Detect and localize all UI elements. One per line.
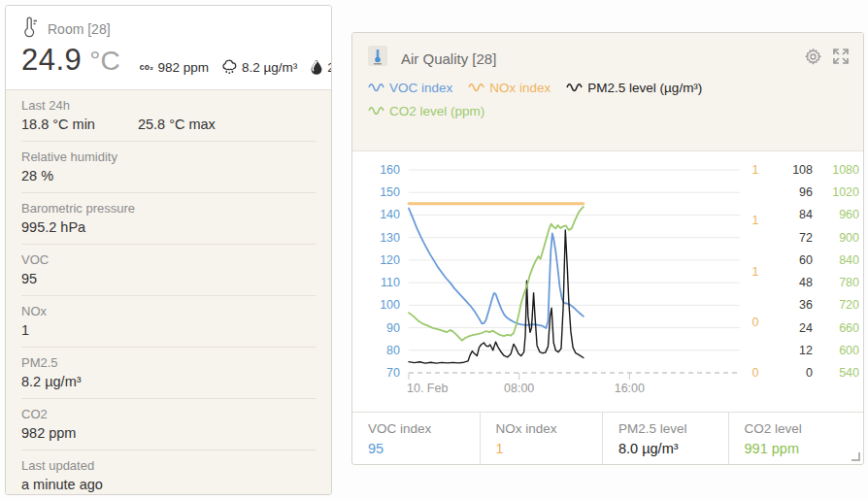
svg-text:720: 720 bbox=[839, 298, 859, 312]
room-stat-value: 1 bbox=[21, 322, 29, 338]
room-stat-value: 995.2 hPa bbox=[21, 219, 85, 235]
expand-fullscreen-icon[interactable] bbox=[832, 48, 850, 69]
room-stat-label: Last updated bbox=[21, 458, 316, 473]
air-quality-chart: 1601501401301201101009080701110010896847… bbox=[352, 150, 863, 412]
series-line-icon bbox=[566, 81, 583, 95]
series-line-icon bbox=[368, 104, 384, 118]
room-stat-values: 995.2 hPa bbox=[21, 219, 316, 235]
svg-text:660: 660 bbox=[839, 321, 859, 335]
room-stat-values: 8.2 µg/m³ bbox=[21, 374, 316, 389]
room-stat-row: Last updateda minute ago bbox=[21, 450, 316, 495]
room-stat-label: Relative humidity bbox=[21, 150, 316, 164]
reading-label: CO2 level bbox=[745, 421, 863, 436]
current-reading-cell: VOC index95 bbox=[352, 413, 480, 464]
header-metric: 28 % bbox=[310, 59, 332, 75]
room-stat-value: 18.8 °C min bbox=[21, 117, 95, 132]
svg-text:110: 110 bbox=[381, 276, 400, 289]
series-line-icon bbox=[368, 81, 384, 95]
co2-icon: co₂ bbox=[140, 62, 154, 72]
svg-text:160: 160 bbox=[380, 163, 400, 177]
svg-text:120: 120 bbox=[380, 253, 400, 267]
svg-text:80: 80 bbox=[386, 344, 400, 357]
room-stat-value: 28 % bbox=[21, 168, 53, 183]
header-metric-value: 28 % bbox=[327, 60, 332, 75]
svg-text:24: 24 bbox=[799, 321, 813, 335]
legend-item[interactable]: NOx index bbox=[468, 81, 551, 95]
svg-text:0: 0 bbox=[752, 366, 759, 380]
room-stat-value: 982 ppm bbox=[21, 425, 76, 441]
room-stat-values: 1 bbox=[21, 322, 316, 338]
rain-cloud-icon bbox=[221, 59, 238, 75]
room-stat-row: Barometric pressure995.2 hPa bbox=[21, 192, 316, 244]
svg-text:1080: 1080 bbox=[832, 163, 859, 177]
room-stat-value: 25.8 °C max bbox=[138, 117, 216, 132]
svg-text:100: 100 bbox=[380, 298, 400, 312]
room-stat-value: 8.2 µg/m³ bbox=[21, 374, 82, 389]
room-stat-label: NOx bbox=[21, 304, 316, 318]
resize-handle[interactable] bbox=[851, 452, 860, 461]
svg-text:0: 0 bbox=[752, 316, 759, 329]
svg-text:840: 840 bbox=[839, 253, 859, 267]
chart-legend-row-2: CO2 level (ppm) bbox=[368, 104, 850, 118]
svg-text:12: 12 bbox=[799, 344, 813, 357]
room-stat-value: a minute ago bbox=[21, 477, 103, 492]
room-stat-values: 95 bbox=[21, 271, 316, 286]
svg-text:1: 1 bbox=[752, 163, 759, 177]
svg-text:1: 1 bbox=[752, 265, 759, 279]
room-card-title: Room [28] bbox=[48, 21, 111, 37]
svg-text:540: 540 bbox=[839, 366, 859, 380]
svg-text:16:00: 16:00 bbox=[615, 382, 645, 395]
svg-text:900: 900 bbox=[839, 231, 859, 245]
reading-label: PM2.5 level bbox=[618, 421, 728, 436]
room-card-header: Room [28] 24.9 °C co₂982 ppm8.2 µg/m³28 … bbox=[6, 6, 331, 89]
svg-text:10. Feb: 10. Feb bbox=[407, 382, 448, 395]
room-stat-row: Relative humidity28 % bbox=[21, 141, 316, 192]
room-stat-row: PM2.58.2 µg/m³ bbox=[21, 347, 316, 398]
room-stat-label: PM2.5 bbox=[21, 355, 316, 370]
svg-text:150: 150 bbox=[380, 185, 400, 199]
current-reading-cell: NOx index1 bbox=[480, 413, 603, 464]
temperature-unit: °C bbox=[89, 46, 119, 77]
room-stat-label: VOC bbox=[21, 252, 316, 267]
inline-metrics: co₂982 ppm8.2 µg/m³28 % bbox=[140, 59, 332, 75]
header-metric: 8.2 µg/m³ bbox=[221, 59, 297, 75]
gear-icon[interactable] bbox=[804, 48, 822, 70]
room-stats-list: Last 24h18.8 °C min25.8 °C maxRelative h… bbox=[6, 89, 331, 495]
chart-legend-row-1: VOC indexNOx indexPM2.5 level (µg/m³) bbox=[368, 81, 850, 95]
reading-value: 8.0 µg/m³ bbox=[618, 441, 728, 456]
svg-text:84: 84 bbox=[799, 208, 813, 221]
current-reading-cell: PM2.5 level8.0 µg/m³ bbox=[602, 413, 728, 464]
room-stat-values: 28 % bbox=[21, 168, 316, 183]
svg-text:780: 780 bbox=[839, 276, 859, 289]
current-reading-cell: CO2 level991 ppm bbox=[728, 413, 863, 464]
air-quality-title: Air Quality [28] bbox=[401, 50, 792, 67]
room-stat-label: CO2 bbox=[21, 407, 316, 421]
room-sensor-card: Room [28] 24.9 °C co₂982 ppm8.2 µg/m³28 … bbox=[5, 5, 332, 495]
svg-text:72: 72 bbox=[799, 231, 813, 245]
reading-label: VOC index bbox=[368, 421, 480, 436]
air-quality-card: Air Quality [28] bbox=[351, 32, 864, 465]
room-stat-value: 95 bbox=[21, 271, 37, 286]
legend-item[interactable]: VOC index bbox=[368, 81, 452, 95]
header-metric-value: 8.2 µg/m³ bbox=[242, 60, 297, 75]
air-quality-header: Air Quality [28] bbox=[352, 33, 863, 150]
series-line-icon bbox=[468, 81, 484, 95]
room-stat-row: VOC95 bbox=[21, 244, 316, 295]
header-metric: co₂982 ppm bbox=[140, 60, 209, 75]
svg-text:48: 48 bbox=[799, 276, 813, 289]
reading-label: NOx index bbox=[496, 421, 603, 436]
svg-text:36: 36 bbox=[799, 298, 813, 312]
thermometer-outline-icon bbox=[21, 17, 38, 41]
room-stat-values: a minute ago bbox=[21, 477, 316, 492]
legend-label: VOC index bbox=[389, 81, 452, 95]
room-stat-label: Last 24h bbox=[21, 98, 316, 113]
series-co2-line bbox=[409, 207, 584, 341]
legend-item[interactable]: PM2.5 level (µg/m³) bbox=[566, 81, 702, 95]
svg-text:108: 108 bbox=[792, 163, 813, 177]
header-metric-value: 982 ppm bbox=[157, 60, 209, 75]
room-stat-row: Last 24h18.8 °C min25.8 °C max bbox=[21, 90, 316, 141]
room-stat-values: 982 ppm bbox=[21, 425, 316, 441]
reading-value: 991 ppm bbox=[745, 441, 863, 456]
legend-item[interactable]: CO2 level (ppm) bbox=[368, 104, 484, 118]
svg-text:96: 96 bbox=[799, 185, 813, 199]
